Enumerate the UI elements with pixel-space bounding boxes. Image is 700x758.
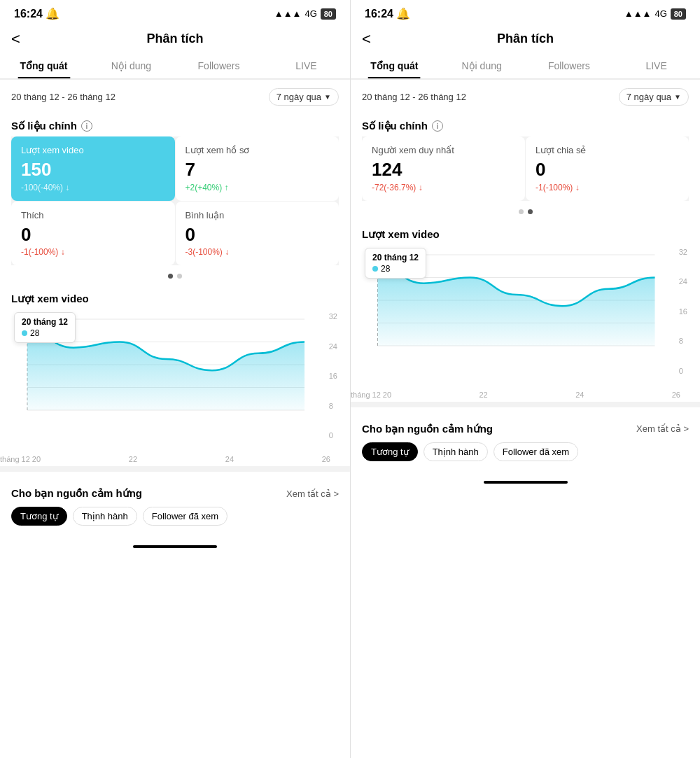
see-all-button[interactable]: Xem tất cả >: [636, 423, 689, 434]
metrics-grid: Lượt xem video 150 -100(-40%) ↓ Lượt xem…: [11, 136, 339, 265]
metric-label: Bình luận: [186, 210, 330, 220]
date-filter[interactable]: 7 ngày qua ▼: [619, 88, 689, 106]
tooltip-value: 28: [372, 264, 419, 274]
chart-y-labels: 32241680: [328, 312, 339, 452]
carousel-dot[interactable]: [519, 209, 524, 214]
date-filter[interactable]: 7 ngày qua ▼: [269, 88, 339, 106]
chart-section: Lượt xem video 20 tháng 12 28 32241680: [0, 284, 350, 452]
inspiration-tabs: Tương tựThịnh hànhFollower đã xem: [362, 442, 689, 461]
tab-nội-dung[interactable]: Nội dung: [88, 53, 175, 78]
y-label: 32: [329, 312, 337, 321]
tab-followers[interactable]: Followers: [526, 53, 613, 78]
tab-live[interactable]: LIVE: [612, 53, 700, 78]
signal-icon: ▲▲▲: [624, 8, 652, 19]
chart-title: Lượt xem video: [11, 293, 339, 305]
chart-wrapper: 20 tháng 12 28 32241680: [11, 312, 339, 452]
x-label: tháng 12 20: [0, 455, 41, 463]
metrics-title: Số liệu chínhi: [0, 114, 350, 136]
back-button[interactable]: <: [362, 30, 371, 48]
metric-card[interactable]: Bình luận 0 -3(-100%) ↓: [176, 202, 340, 266]
metrics-label: Số liệu chính: [362, 120, 428, 132]
status-time: 16:24 🔔: [14, 7, 59, 20]
info-icon[interactable]: i: [81, 120, 92, 132]
tab-live[interactable]: LIVE: [262, 53, 350, 78]
inspiration-header: Cho bạn nguồn cảm hứng Xem tất cả >: [362, 423, 689, 435]
status-bar: 16:24 🔔 ▲▲▲ 4G 80: [351, 0, 700, 24]
x-label: 22: [479, 391, 488, 399]
metric-change: -1(-100%) ↓: [536, 183, 679, 192]
status-bar: 16:24 🔔 ▲▲▲ 4G 80: [0, 0, 350, 24]
inspiration-header: Cho bạn nguồn cảm hứng Xem tất cả >: [11, 487, 339, 500]
y-label: 16: [679, 307, 687, 316]
page-header: < Phân tích: [351, 24, 700, 53]
x-label: 22: [129, 455, 137, 463]
tab-tổng-quát[interactable]: Tổng quát: [351, 53, 438, 78]
date-range: 20 tháng 12 - 26 tháng 12: [11, 92, 115, 102]
metric-change: +2(+40%) ↑: [186, 183, 330, 192]
inspiration-tab-Follower đã xem[interactable]: Follower đã xem: [143, 507, 227, 526]
battery-icon: 80: [671, 8, 686, 20]
y-label: 16: [329, 372, 337, 380]
metric-value: 0: [21, 225, 165, 245]
bottom-indicator: [484, 481, 568, 484]
inspiration-tab-Tương tự[interactable]: Tương tự: [362, 442, 418, 461]
metric-value: 150: [21, 160, 165, 180]
metric-change: -100(-40%) ↓: [21, 183, 165, 192]
metric-value: 0: [186, 225, 330, 245]
tab-nội-dung[interactable]: Nội dung: [438, 53, 526, 78]
inspiration-tab-Follower đã xem[interactable]: Follower đã xem: [493, 442, 578, 461]
phone-panel-right: 16:24 🔔 ▲▲▲ 4G 80 < Phân tích Tổng quátN…: [350, 0, 700, 758]
metrics-label: Số liệu chính: [11, 120, 77, 132]
bottom-bar: [351, 474, 700, 486]
date-row: 20 tháng 12 - 26 tháng 12 7 ngày qua ▼: [351, 80, 700, 114]
metric-card[interactable]: Thích 0 -1(-100%) ↓: [11, 202, 175, 266]
phone-panel-left: 16:24 🔔 ▲▲▲ 4G 80 < Phân tích Tổng quátN…: [0, 0, 350, 758]
back-button[interactable]: <: [11, 30, 20, 48]
y-label: 0: [679, 367, 687, 375]
date-row: 20 tháng 12 - 26 tháng 12 7 ngày qua ▼: [0, 80, 350, 114]
status-time: 16:24 🔔: [365, 7, 410, 20]
metric-label: Lượt xem video: [21, 145, 165, 155]
metric-value: 124: [372, 160, 515, 180]
chart-section: Lượt xem video 20 tháng 12 28 32241680: [351, 220, 700, 388]
tab-followers[interactable]: Followers: [175, 53, 262, 78]
metric-change: -3(-100%) ↓: [186, 247, 330, 257]
carousel-dot[interactable]: [168, 274, 173, 279]
carousel-dot[interactable]: [177, 274, 182, 279]
metric-card[interactable]: Người xem duy nhất 124 -72(-36.7%) ↓: [362, 136, 525, 201]
inspiration-tab-Thịnh hành[interactable]: Thịnh hành: [73, 507, 137, 526]
info-icon[interactable]: i: [432, 120, 443, 132]
metric-change: -1(-100%) ↓: [21, 247, 165, 257]
metric-label: Lượt chia sẻ: [536, 145, 679, 155]
metric-label: Lượt xem hồ sơ: [186, 145, 330, 155]
metrics-title: Số liệu chínhi: [351, 114, 700, 136]
chart-x-labels: tháng 12 20222426: [0, 452, 350, 466]
tooltip-date: 20 tháng 12: [22, 317, 68, 327]
metric-value: 0: [536, 160, 679, 180]
y-label: 8: [329, 402, 337, 410]
bottom-bar: [0, 538, 350, 551]
inspiration-tab-Thịnh hành[interactable]: Thịnh hành: [424, 442, 488, 461]
signal-icon: ▲▲▲: [274, 8, 302, 19]
network-label: 4G: [654, 8, 666, 19]
inspiration-tabs: Tương tựThịnh hànhFollower đã xem: [11, 507, 339, 526]
tooltip-dot: [372, 266, 378, 272]
see-all-button[interactable]: Xem tất cả >: [286, 489, 339, 499]
chart-tooltip: 20 tháng 12 28: [14, 312, 76, 343]
x-label: 26: [672, 391, 680, 399]
tooltip-value: 28: [22, 328, 68, 338]
metric-card[interactable]: Lượt xem video 150 -100(-40%) ↓: [11, 136, 175, 201]
metrics-grid: Người xem duy nhất 124 -72(-36.7%) ↓ Lượ…: [362, 136, 689, 201]
tab-tổng-quát[interactable]: Tổng quát: [0, 53, 88, 78]
bottom-indicator: [133, 545, 217, 548]
inspiration-section: Cho bạn nguồn cảm hứng Xem tất cả > Tươn…: [0, 477, 350, 533]
tooltip-date: 20 tháng 12: [372, 253, 419, 262]
metric-card[interactable]: Lượt xem hồ sơ 7 +2(+40%) ↑: [176, 136, 340, 201]
metric-card[interactable]: Lượt chia sẻ 0 -1(-100%) ↓: [526, 136, 689, 201]
page-header: < Phân tích: [0, 24, 350, 53]
inspiration-tab-Tương tự[interactable]: Tương tự: [11, 507, 67, 526]
carousel-dot[interactable]: [528, 209, 533, 214]
x-label: 24: [575, 391, 584, 399]
y-label: 32: [679, 248, 687, 256]
chart-wrapper: 20 tháng 12 28 32241680: [362, 248, 689, 388]
